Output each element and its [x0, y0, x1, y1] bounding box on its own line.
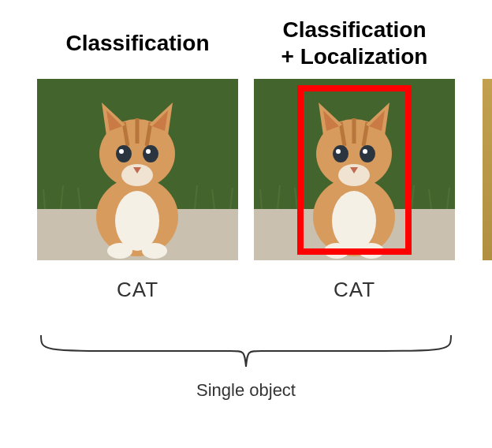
svg-point-11 — [107, 243, 132, 259]
panel-title-localization: Classification + Localization — [281, 16, 428, 71]
svg-point-28 — [363, 149, 367, 154]
svg-point-25 — [333, 145, 348, 162]
brace-label: Single object — [33, 380, 459, 401]
svg-point-26 — [360, 145, 375, 162]
cat-image-icon — [254, 79, 455, 260]
diagram-row: Classification — [24, 16, 468, 302]
svg-point-27 — [336, 149, 341, 154]
label-localization: CAT — [334, 278, 375, 302]
curly-brace-icon — [33, 331, 459, 371]
svg-point-4 — [115, 191, 159, 251]
image-localization — [254, 79, 455, 260]
panel-classification: Classification — [37, 16, 238, 302]
svg-point-8 — [119, 149, 124, 154]
cropped-next-image-sliver — [483, 79, 492, 260]
panel-localization: Classification + Localization — [254, 16, 455, 302]
label-classification: CAT — [117, 278, 158, 302]
svg-point-9 — [146, 149, 151, 154]
svg-point-31 — [359, 243, 384, 259]
image-classification — [37, 79, 238, 260]
svg-point-23 — [332, 191, 376, 251]
svg-point-12 — [142, 243, 167, 259]
svg-point-6 — [116, 145, 132, 162]
svg-point-30 — [324, 243, 349, 259]
curly-brace-group: Single object — [33, 331, 459, 401]
cat-image-icon — [37, 79, 238, 260]
svg-point-7 — [143, 145, 158, 162]
panel-title-classification: Classification — [65, 16, 209, 71]
